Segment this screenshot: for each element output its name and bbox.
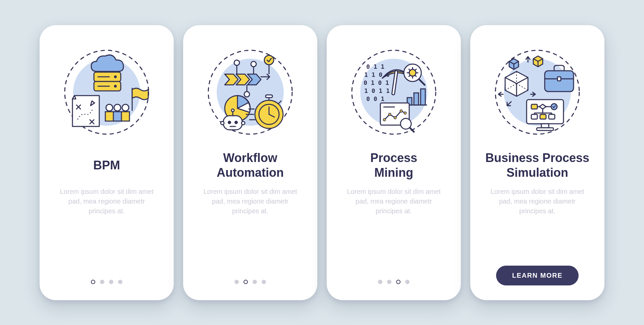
- dot-4[interactable]: [405, 280, 410, 284]
- onboarding-card-workflow: Workflow Automation Lorem ipsum dolor si…: [183, 25, 317, 300]
- svg-point-75: [394, 116, 396, 119]
- onboarding-card-bpm: BPM Lorem ipsum dolor sit dim amet pad, …: [40, 25, 174, 300]
- svg-point-15: [106, 104, 113, 111]
- svg-rect-43: [266, 95, 272, 98]
- dot-3[interactable]: [396, 280, 400, 284]
- card-title: BPM: [93, 151, 120, 180]
- svg-rect-69: [414, 93, 419, 105]
- svg-point-74: [389, 113, 391, 115]
- svg-point-36: [221, 121, 224, 125]
- dot-2[interactable]: [244, 280, 248, 284]
- svg-point-73: [383, 118, 386, 121]
- svg-point-32: [234, 121, 238, 124]
- dot-3[interactable]: [253, 280, 257, 284]
- card-title: Workflow Automation: [217, 151, 284, 180]
- card-description: Lorem ipsum dolor sit dim amet pad, mea …: [487, 187, 588, 216]
- mining-icon: 0 1 1 1 1 0 0 0 1 0 1 0 1 0 1 1 0 0 1: [347, 45, 441, 139]
- pagination-dots: [234, 279, 266, 285]
- svg-point-22: [234, 60, 239, 65]
- workflow-icon: [203, 45, 297, 139]
- dot-1[interactable]: [91, 280, 95, 284]
- dot-3[interactable]: [109, 280, 113, 284]
- simulation-icon: [490, 45, 584, 139]
- onboarding-card-mining: 0 1 1 1 1 0 0 0 1 0 1 0 1 0 1 1 0 0 1: [327, 25, 461, 300]
- svg-line-62: [409, 69, 410, 70]
- svg-line-64: [409, 75, 410, 76]
- svg-rect-85: [527, 100, 564, 124]
- svg-point-17: [122, 104, 129, 111]
- card-description: Lorem ipsum dolor sit dim amet pad, mea …: [343, 187, 444, 216]
- svg-line-63: [415, 69, 416, 70]
- svg-point-76: [400, 110, 402, 112]
- svg-rect-11: [121, 112, 129, 121]
- svg-rect-88: [531, 104, 537, 109]
- svg-point-6: [114, 75, 117, 78]
- dot-1[interactable]: [234, 280, 239, 284]
- svg-rect-9: [105, 112, 113, 121]
- pagination-dots: [91, 279, 122, 285]
- svg-rect-10: [113, 112, 121, 121]
- svg-text:0 1 1: 0 1 1: [366, 63, 384, 70]
- learn-more-button[interactable]: LEARN MORE: [496, 266, 579, 285]
- card-description: Lorem ipsum dolor sit dim amet pad, mea …: [56, 187, 157, 216]
- onboarding-card-simulation: Business Process Simulation Lorem ipsum …: [470, 25, 604, 300]
- svg-point-35: [231, 109, 234, 112]
- svg-point-26: [264, 55, 274, 65]
- svg-rect-70: [421, 89, 425, 105]
- dot-4[interactable]: [262, 280, 266, 284]
- card-title: Process Mining: [370, 151, 417, 180]
- svg-rect-84: [557, 77, 561, 81]
- svg-rect-30: [223, 116, 242, 130]
- svg-rect-93: [531, 114, 537, 119]
- svg-rect-95: [549, 114, 555, 119]
- pagination-dots: [378, 279, 410, 285]
- svg-point-31: [228, 121, 231, 124]
- svg-line-65: [415, 75, 416, 76]
- svg-point-77: [404, 112, 407, 114]
- svg-text:0 1 0 1 0: 0 1 0 1 0: [364, 79, 396, 86]
- svg-text:0 0 1: 0 0 1: [366, 95, 384, 102]
- svg-text:1 0 1 1: 1 0 1 1: [364, 87, 390, 94]
- onboarding-row: BPM Lorem ipsum dolor sit dim amet pad, …: [40, 25, 604, 300]
- bpm-icon: [60, 45, 154, 139]
- svg-point-8: [114, 85, 117, 88]
- svg-point-16: [114, 104, 121, 111]
- dot-2[interactable]: [387, 280, 391, 284]
- dot-4[interactable]: [118, 280, 122, 284]
- svg-rect-94: [540, 114, 546, 119]
- svg-point-28: [244, 92, 250, 97]
- dot-2[interactable]: [100, 280, 104, 284]
- svg-rect-86: [541, 124, 549, 128]
- card-title: Business Process Simulation: [485, 151, 589, 180]
- svg-point-37: [241, 121, 245, 125]
- dot-1[interactable]: [378, 280, 382, 284]
- card-description: Lorem ipsum dolor sit dim amet pad, mea …: [200, 187, 301, 216]
- svg-point-24: [251, 61, 256, 67]
- svg-rect-87: [537, 128, 553, 130]
